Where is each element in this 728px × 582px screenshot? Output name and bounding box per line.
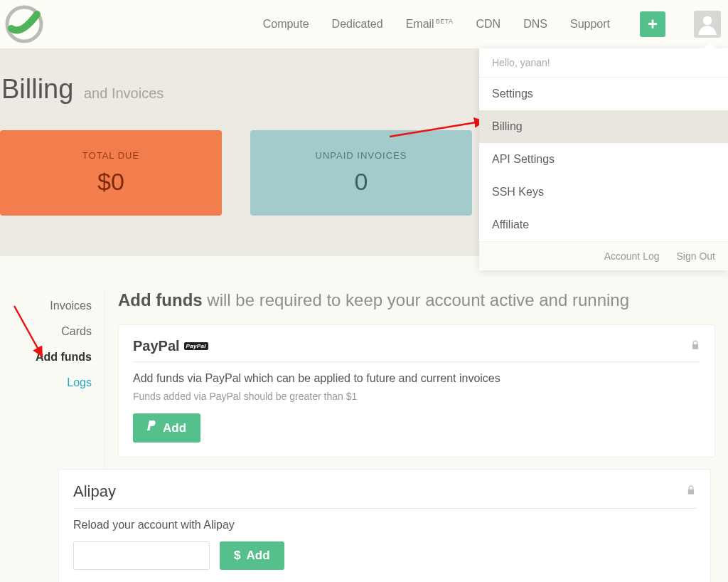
panel-paypal: PayPal PayPal Add funds via PayPal which… [118,324,715,457]
dropdown-footer: Account Log Sign Out [479,241,728,270]
panel-title: Alipay [73,482,116,501]
dropdown-greeting: Hello, yanan! [479,48,728,78]
paypal-desc: Add funds via PayPal which can be applie… [133,372,700,385]
alipay-amount-input-group: $ [73,541,210,570]
alipay-amount-row: $ $ Add [73,541,696,570]
nav-dedicated[interactable]: Dedicated [332,18,383,31]
paypal-note: Funds added via PayPal should be greater… [133,391,700,402]
paypal-badge: PayPal [184,342,208,350]
lock-icon [686,485,696,498]
card-value: $0 [97,168,124,196]
user-dropdown: Hello, yanan! Settings Billing API Setti… [479,48,728,270]
dropdown-api-settings[interactable]: API Settings [479,143,728,176]
panel-title: PayPal [133,338,180,354]
nav-email[interactable]: EmailBETA [406,18,454,31]
alipay-add-button[interactable]: $ Add [220,541,284,570]
dropdown-ssh-keys[interactable]: SSH Keys [479,176,728,208]
nav-dns[interactable]: DNS [523,18,547,31]
nav-cdn[interactable]: CDN [476,18,501,31]
card-unpaid-invoices[interactable]: UNPAID INVOICES 0 [250,130,472,216]
dollar-icon: $ [234,549,240,563]
top-bar: Compute Dedicated EmailBETA CDN DNS Supp… [0,0,728,48]
dropdown-settings[interactable]: Settings [479,78,728,110]
panel-header: Alipay [73,482,696,509]
tab-invoices[interactable]: Invoices [0,293,105,319]
main-title: Add funds will be required to keep your … [118,290,715,310]
dropdown-account-log[interactable]: Account Log [604,250,660,262]
paypal-p-icon [147,420,157,435]
main: Add funds will be required to keep your … [105,290,728,582]
dropdown-billing[interactable]: Billing [479,110,728,143]
tab-cards[interactable]: Cards [0,319,105,344]
card-value: 0 [355,168,368,196]
content: Invoices Cards Add funds Logs Add funds … [0,256,728,582]
dropdown-sign-out[interactable]: Sign Out [677,250,715,262]
nav-support[interactable]: Support [570,18,610,31]
card-total-due[interactable]: TOTAL DUE $0 [0,130,222,216]
tab-logs[interactable]: Logs [0,370,105,396]
tab-add-funds[interactable]: Add funds [0,344,105,370]
panel-alipay: Alipay Reload your account with Alipay $… [58,469,711,582]
card-label: TOTAL DUE [82,150,139,161]
alipay-amount-input[interactable] [74,542,210,569]
paypal-add-button[interactable]: Add [133,413,200,443]
panel-header: PayPal PayPal [133,338,700,362]
nav-compute[interactable]: Compute [263,18,309,31]
dropdown-affiliate[interactable]: Affiliate [479,208,728,241]
svg-point-1 [703,16,712,26]
card-label: UNPAID INVOICES [316,150,407,161]
lock-icon [690,340,700,353]
logo [4,4,44,44]
alipay-desc: Reload your account with Alipay [73,519,696,531]
top-nav: Compute Dedicated EmailBETA CDN DNS Supp… [263,11,721,38]
add-button[interactable]: + [640,11,665,37]
avatar[interactable] [694,11,721,38]
